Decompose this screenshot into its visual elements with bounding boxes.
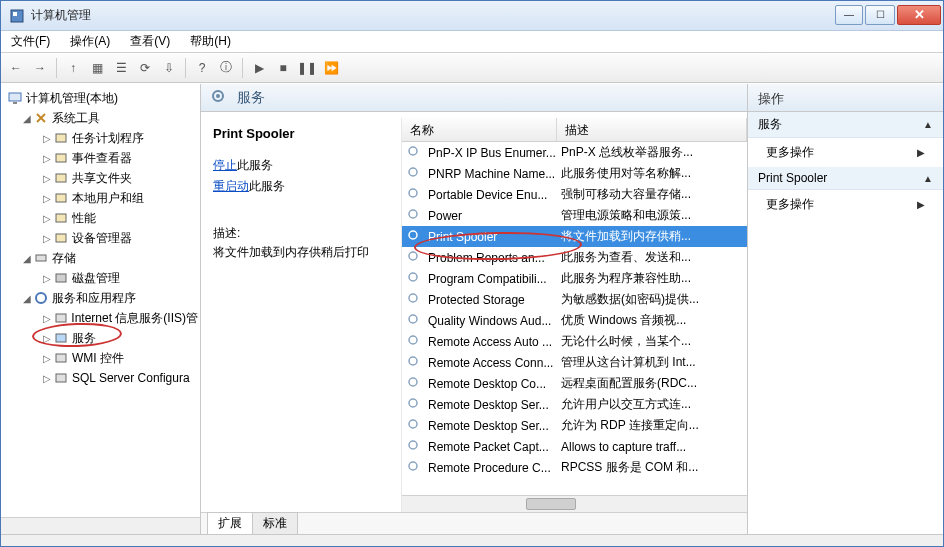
tree-item[interactable]: ▷SQL Server Configura bbox=[3, 368, 198, 388]
gear-icon bbox=[211, 89, 231, 106]
refresh-button[interactable]: ⟳ bbox=[134, 57, 156, 79]
export-button[interactable]: ⇩ bbox=[158, 57, 180, 79]
start-button[interactable]: ▶ bbox=[248, 57, 270, 79]
node-icon bbox=[53, 190, 69, 206]
actions-section-selected[interactable]: Print Spooler ▲ bbox=[748, 167, 943, 190]
collapse-icon[interactable]: ◢ bbox=[21, 113, 33, 124]
tree-item[interactable]: ▷事件查看器 bbox=[3, 148, 198, 168]
tree-pane[interactable]: 计算机管理(本地) ◢ 系统工具 ▷任务计划程序▷事件查看器▷共享文件夹▷本地用… bbox=[1, 84, 201, 534]
tab-extended[interactable]: 扩展 bbox=[207, 512, 253, 534]
actions-section-services[interactable]: 服务 ▲ bbox=[748, 112, 943, 138]
service-row[interactable]: Protected Storage为敏感数据(如密码)提供... bbox=[402, 289, 747, 310]
properties-button[interactable]: ▦ bbox=[86, 57, 108, 79]
back-button[interactable]: ← bbox=[5, 57, 27, 79]
tree-item[interactable]: ▷WMI 控件 bbox=[3, 348, 198, 368]
minimize-button[interactable]: — bbox=[835, 5, 863, 25]
menu-file[interactable]: 文件(F) bbox=[7, 31, 54, 52]
gear-icon bbox=[406, 354, 424, 371]
forward-button[interactable]: → bbox=[29, 57, 51, 79]
stop-button[interactable]: ■ bbox=[272, 57, 294, 79]
service-row[interactable]: Program Compatibili...此服务为程序兼容性助... bbox=[402, 268, 747, 289]
service-row[interactable]: Remote Procedure C...RPCSS 服务是 COM 和... bbox=[402, 457, 747, 478]
expand-icon[interactable]: ▷ bbox=[41, 313, 53, 324]
expand-icon[interactable]: ▷ bbox=[41, 233, 53, 244]
tree-item[interactable]: ▷Internet 信息服务(IIS)管 bbox=[3, 308, 198, 328]
service-row[interactable]: Portable Device Enu...强制可移动大容量存储... bbox=[402, 184, 747, 205]
column-desc[interactable]: 描述 bbox=[557, 118, 747, 141]
service-row[interactable]: Problem Reports an...此服务为查看、发送和... bbox=[402, 247, 747, 268]
node-icon bbox=[53, 330, 69, 346]
close-button[interactable]: ✕ bbox=[897, 5, 941, 25]
service-row[interactable]: Remote Desktop Co...远程桌面配置服务(RDC... bbox=[402, 373, 747, 394]
menu-view[interactable]: 查看(V) bbox=[126, 31, 174, 52]
actions-more-2[interactable]: 更多操作 ▶ bbox=[748, 190, 943, 219]
tree-storage[interactable]: ◢ 存储 bbox=[3, 248, 198, 268]
stop-link[interactable]: 停止 bbox=[213, 158, 237, 172]
service-row[interactable]: Remote Desktop Ser...允许为 RDP 连接重定向... bbox=[402, 415, 747, 436]
service-row[interactable]: PNRP Machine Name...此服务使用对等名称解... bbox=[402, 163, 747, 184]
desc-text: 将文件加载到内存供稍后打印 bbox=[213, 244, 389, 261]
svg-point-24 bbox=[409, 252, 417, 260]
tree-root[interactable]: 计算机管理(本地) bbox=[3, 88, 198, 108]
tree-item[interactable]: ▷服务 bbox=[3, 328, 198, 348]
service-row[interactable]: Remote Desktop Ser...允许用户以交互方式连... bbox=[402, 394, 747, 415]
menu-help[interactable]: 帮助(H) bbox=[186, 31, 235, 52]
maximize-button[interactable]: ☐ bbox=[865, 5, 895, 25]
expand-icon[interactable]: ▷ bbox=[41, 153, 53, 164]
svg-rect-13 bbox=[56, 314, 66, 322]
expand-icon[interactable]: ▷ bbox=[41, 353, 53, 364]
gear-icon bbox=[406, 375, 424, 392]
service-row[interactable]: Power管理电源策略和电源策... bbox=[402, 205, 747, 226]
service-row[interactable]: Remote Access Auto ...无论什么时候，当某个... bbox=[402, 331, 747, 352]
info-button[interactable]: ⓘ bbox=[215, 57, 237, 79]
node-icon bbox=[53, 230, 69, 246]
tree-item[interactable]: ▷设备管理器 bbox=[3, 228, 198, 248]
tree-svcapps[interactable]: ◢ 服务和应用程序 bbox=[3, 288, 198, 308]
up-button[interactable]: ↑ bbox=[62, 57, 84, 79]
pause-button[interactable]: ❚❚ bbox=[296, 57, 318, 79]
storage-icon bbox=[33, 250, 49, 266]
restart-link[interactable]: 重启动 bbox=[213, 179, 249, 193]
help-button[interactable]: ? bbox=[191, 57, 213, 79]
menu-action[interactable]: 操作(A) bbox=[66, 31, 114, 52]
node-icon bbox=[53, 350, 69, 366]
tree-item[interactable]: ▷磁盘管理 bbox=[3, 268, 198, 288]
list-button[interactable]: ☰ bbox=[110, 57, 132, 79]
collapse-icon[interactable]: ◢ bbox=[21, 253, 33, 264]
scroll-thumb[interactable] bbox=[526, 498, 576, 510]
tree-item[interactable]: ▷任务计划程序 bbox=[3, 128, 198, 148]
expand-icon[interactable]: ▷ bbox=[41, 333, 53, 344]
svg-rect-3 bbox=[13, 102, 17, 104]
expand-icon[interactable]: ▷ bbox=[41, 173, 53, 184]
titlebar: 计算机管理 — ☐ ✕ bbox=[1, 1, 943, 31]
service-row[interactable]: Print Spooler将文件加载到内存供稍... bbox=[402, 226, 747, 247]
restart-button[interactable]: ⏩ bbox=[320, 57, 342, 79]
expand-icon[interactable]: ▷ bbox=[41, 133, 53, 144]
column-name[interactable]: 名称 bbox=[402, 118, 557, 141]
tree-item[interactable]: ▷性能 bbox=[3, 208, 198, 228]
service-row[interactable]: PnP-X IP Bus Enumer...PnP-X 总线枚举器服务... bbox=[402, 142, 747, 163]
svg-point-33 bbox=[409, 441, 417, 449]
service-row[interactable]: Remote Access Conn...管理从这台计算机到 Int... bbox=[402, 352, 747, 373]
horizontal-scrollbar[interactable] bbox=[402, 495, 747, 512]
tab-standard[interactable]: 标准 bbox=[252, 512, 298, 534]
tree-item[interactable]: ▷共享文件夹 bbox=[3, 168, 198, 188]
tree-item[interactable]: ▷本地用户和组 bbox=[3, 188, 198, 208]
actions-more-1[interactable]: 更多操作 ▶ bbox=[748, 138, 943, 167]
expand-icon[interactable]: ▷ bbox=[41, 373, 53, 384]
svg-point-29 bbox=[409, 357, 417, 365]
expand-icon[interactable]: ▷ bbox=[41, 213, 53, 224]
collapse-icon[interactable]: ◢ bbox=[21, 293, 33, 304]
service-row[interactable]: Remote Packet Capt...Allows to capture t… bbox=[402, 436, 747, 457]
expand-icon[interactable]: ▷ bbox=[41, 193, 53, 204]
service-detail: Print Spooler 停止此服务 重启动此服务 描述: 将文件加载到内存供… bbox=[201, 118, 401, 512]
service-list[interactable]: PnP-X IP Bus Enumer...PnP-X 总线枚举器服务...PN… bbox=[402, 142, 747, 495]
svg-point-23 bbox=[409, 231, 417, 239]
tree-systools[interactable]: ◢ 系统工具 bbox=[3, 108, 198, 128]
collapse-arrow-icon: ▲ bbox=[923, 173, 933, 184]
svg-point-28 bbox=[409, 336, 417, 344]
svg-point-20 bbox=[409, 168, 417, 176]
svg-point-31 bbox=[409, 399, 417, 407]
service-row[interactable]: Quality Windows Aud...优质 Windows 音频视... bbox=[402, 310, 747, 331]
expand-icon[interactable]: ▷ bbox=[41, 273, 53, 284]
